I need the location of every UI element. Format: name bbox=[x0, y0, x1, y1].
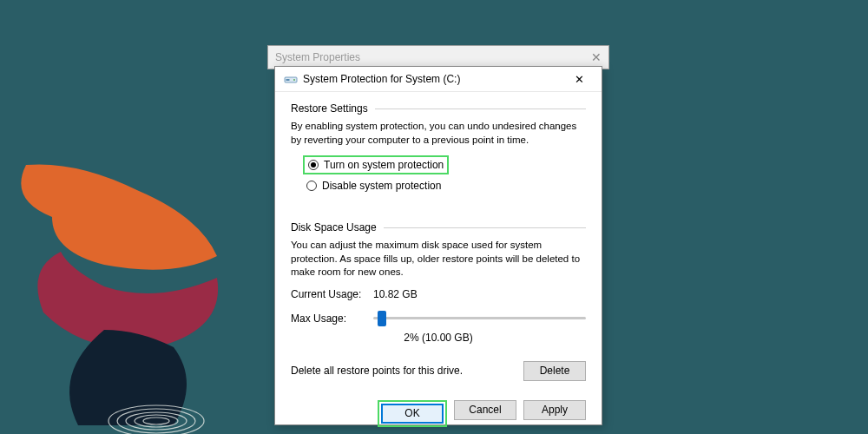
svg-point-2 bbox=[126, 412, 187, 430]
delete-button[interactable]: Delete bbox=[523, 361, 586, 381]
radio-disable-label: Disable system protection bbox=[322, 180, 441, 192]
radio-disable-protection[interactable]: Disable system protection bbox=[306, 180, 586, 192]
cancel-button[interactable]: Cancel bbox=[454, 400, 516, 420]
ok-highlight: OK bbox=[378, 400, 447, 427]
radio-selected-icon bbox=[308, 160, 319, 170]
apply-button[interactable]: Apply bbox=[523, 400, 586, 420]
svg-rect-6 bbox=[286, 79, 290, 81]
delete-row: Delete all restore points for this drive… bbox=[291, 361, 586, 381]
current-usage-label: Current Usage: bbox=[291, 288, 373, 300]
current-usage-row: Current Usage: 10.82 GB bbox=[291, 288, 586, 300]
max-usage-slider[interactable] bbox=[373, 317, 586, 319]
disk-usage-header: Disk Space Usage bbox=[291, 221, 586, 233]
restore-settings-header: Restore Settings bbox=[291, 102, 586, 115]
current-usage-value: 10.82 GB bbox=[373, 288, 418, 300]
parent-window-close-icon: ✕ bbox=[591, 50, 602, 64]
dialog-title: System Protection for System (C:) bbox=[303, 73, 562, 85]
close-icon: ✕ bbox=[575, 73, 584, 86]
close-button[interactable]: ✕ bbox=[562, 67, 596, 91]
ok-button[interactable]: OK bbox=[381, 404, 444, 424]
delete-description: Delete all restore points for this drive… bbox=[291, 365, 463, 377]
svg-point-0 bbox=[108, 405, 204, 434]
svg-point-1 bbox=[117, 409, 195, 433]
radio-turn-on-protection[interactable]: Turn on system protection bbox=[308, 159, 444, 171]
slider-value-text: 2% (10.00 GB) bbox=[291, 332, 586, 344]
dialog-button-bar: OK Cancel Apply bbox=[275, 391, 602, 434]
svg-point-4 bbox=[143, 418, 169, 424]
turn-on-highlight: Turn on system protection bbox=[303, 155, 449, 174]
slider-track bbox=[373, 317, 586, 319]
drive-icon bbox=[284, 72, 298, 86]
radio-turn-on-label: Turn on system protection bbox=[324, 159, 444, 171]
dialog-content: Restore Settings By enabling system prot… bbox=[275, 92, 602, 391]
restore-settings-description: By enabling system protection, you can u… bbox=[291, 120, 586, 147]
parent-window-title: System Properties bbox=[275, 51, 360, 63]
svg-point-3 bbox=[135, 415, 178, 427]
system-protection-dialog: System Protection for System (C:) ✕ Rest… bbox=[274, 66, 602, 425]
disk-usage-description: You can adjust the maximum disk space us… bbox=[291, 239, 586, 279]
radio-unselected-icon bbox=[306, 181, 317, 191]
slider-thumb[interactable] bbox=[378, 311, 386, 326]
max-usage-label: Max Usage: bbox=[291, 312, 373, 325]
dialog-titlebar: System Protection for System (C:) ✕ bbox=[275, 67, 602, 92]
desktop-wallpaper-art bbox=[0, 156, 304, 434]
svg-point-7 bbox=[293, 79, 295, 81]
max-usage-row: Max Usage: bbox=[291, 312, 586, 325]
